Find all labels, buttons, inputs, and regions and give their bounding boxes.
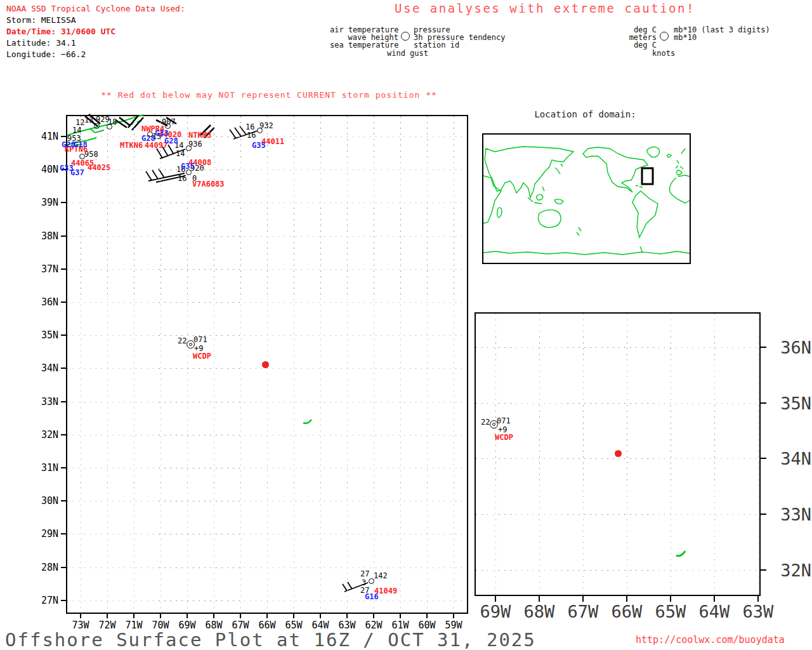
antarctica (483, 246, 690, 255)
grid-line-vertical (187, 116, 188, 613)
station-label: 22 (481, 419, 490, 426)
station-label: WCDP (495, 434, 513, 441)
grid-line-vertical (320, 116, 321, 613)
grid-line-horizontal (67, 534, 467, 534)
y-axis-label: 41N (30, 131, 58, 142)
y-axis-tick (61, 235, 66, 237)
y-axis-label: 35N (780, 394, 811, 413)
grid-line-horizontal (476, 514, 759, 515)
greenland (647, 147, 660, 157)
storm-info-block: NOAA SSD Tropical Cyclone Data Used: Sto… (6, 3, 185, 60)
y-axis-label: 31N (30, 462, 58, 474)
station-label: G37 (70, 169, 84, 176)
buoy-plot-page: { "header": { "noaa_line": "NOAA SSD Tro… (0, 0, 812, 650)
x-axis-tick (266, 614, 268, 618)
station-circle (107, 124, 112, 129)
eurasia (485, 147, 573, 197)
station-label: 071 (497, 418, 511, 425)
y-axis-label: 39N (30, 197, 58, 208)
y-axis-label: 37N (30, 263, 58, 275)
datetime-line: Date/Time: 31/0600 UTC (6, 26, 185, 37)
storm-position-dot (262, 361, 269, 368)
units-tendency: mb*10 (674, 34, 697, 41)
y-axis-label: 29N (30, 528, 58, 540)
y-axis-label: 36N (780, 338, 811, 357)
x-axis-tick (346, 614, 348, 618)
europe-west (676, 149, 685, 175)
x-axis-tick (373, 614, 374, 618)
africa-west (669, 175, 690, 203)
africa-east (483, 176, 501, 223)
bermuda-island (676, 551, 685, 556)
japan (555, 164, 563, 174)
australia (538, 210, 561, 228)
y-axis-tick (61, 368, 66, 369)
station-circle-inner (492, 423, 495, 426)
grid-line-horizontal (67, 501, 467, 501)
grid-line-horizontal (67, 236, 467, 237)
grid-line-vertical (714, 314, 715, 595)
zoom-map: 69W68W67W66W65W64W63W36N35N34N33N32N2207… (475, 312, 761, 596)
legend-station-id: station id (414, 41, 459, 49)
south-america (632, 191, 658, 237)
grid-line-vertical (495, 314, 496, 595)
caution-headline: Use analyses with extreme caution! (395, 1, 695, 15)
station-label: 14 (72, 127, 81, 134)
grid-line-vertical (347, 116, 348, 613)
grid-line-vertical (539, 314, 540, 595)
grid-line-vertical (583, 314, 584, 595)
grid-line-horizontal (67, 567, 467, 568)
grid-line-horizontal (67, 402, 467, 402)
x-axis-tick (495, 596, 496, 602)
grid-line-vertical (81, 116, 81, 613)
station-circle-inner (189, 343, 192, 346)
grid-line-horizontal (67, 302, 467, 303)
y-axis-label: 32N (30, 429, 58, 441)
station-label: G16 (365, 594, 379, 600)
grid-line-horizontal (67, 435, 467, 435)
x-axis-tick (426, 614, 428, 618)
storm-name-line: Storm: MELISSA (6, 15, 185, 26)
new-zealand (577, 227, 581, 235)
madagascar (497, 208, 502, 218)
y-axis-tick (61, 136, 66, 137)
y-axis-tick (761, 569, 766, 571)
station-label: 16 (178, 175, 187, 182)
grid-line-vertical (134, 116, 134, 613)
station-label: 22 (178, 338, 187, 345)
grid-line-vertical (671, 314, 671, 595)
wind-barbs (85, 114, 368, 592)
x-axis-tick (714, 596, 715, 602)
station-circle-icon (401, 32, 410, 41)
x-axis-tick (320, 614, 321, 618)
station-label: NTKM3 (188, 132, 211, 139)
grid-line-vertical (160, 116, 161, 613)
y-axis-label: 36N (30, 296, 58, 308)
x-axis-tick (626, 596, 627, 602)
grid-line-vertical (427, 116, 428, 613)
x-axis-tick (293, 614, 294, 618)
x-axis-tick (240, 614, 241, 618)
y-axis-tick (61, 302, 66, 303)
station-circle (186, 169, 192, 175)
station-label: WCDP (193, 353, 211, 360)
x-axis-tick (107, 614, 108, 618)
grid-line-vertical (758, 314, 759, 595)
grid-line-horizontal (67, 368, 467, 369)
y-axis-tick (61, 434, 66, 435)
grid-line-vertical (374, 116, 374, 613)
station-label: 44025 (88, 164, 110, 171)
grid-line-horizontal (476, 347, 759, 348)
station-circle (369, 578, 374, 584)
grid-line-vertical (294, 116, 294, 613)
grid-line-horizontal (67, 335, 467, 336)
grid-line-horizontal (67, 202, 467, 203)
y-axis-label: 34N (780, 449, 811, 468)
y-axis-tick (761, 458, 766, 459)
x-axis-tick (670, 596, 671, 602)
station-label: 16 (246, 124, 254, 131)
domain-rectangle (642, 168, 653, 184)
station-label: G28 (164, 138, 178, 145)
y-axis-tick (61, 335, 66, 336)
station-label: 16 (247, 132, 256, 139)
